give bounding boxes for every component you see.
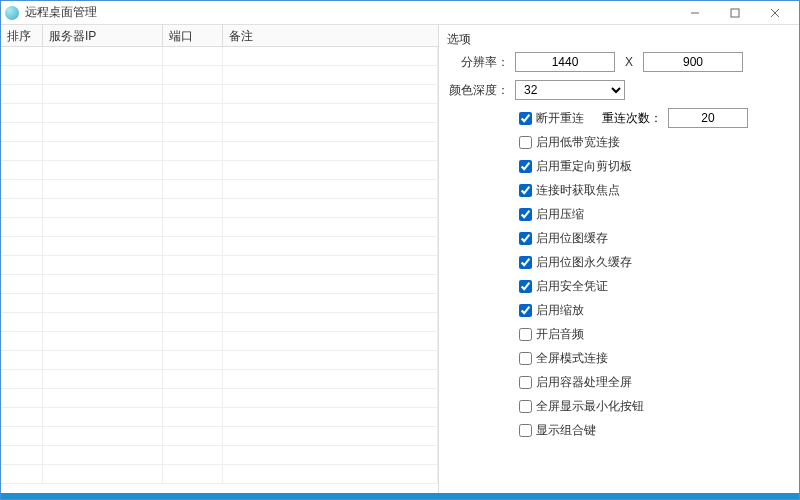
color-depth-select[interactable]: 32 bbox=[515, 80, 625, 100]
window-title: 远程桌面管理 bbox=[25, 4, 675, 21]
option-checkbox-9[interactable] bbox=[519, 352, 532, 365]
option-checkbox-3[interactable] bbox=[519, 208, 532, 221]
options-group-label: 选项 bbox=[447, 31, 789, 48]
option-checkbox-7[interactable] bbox=[519, 304, 532, 317]
option-row: 开启音频 bbox=[519, 326, 789, 343]
option-row: 启用容器处理全屏 bbox=[519, 374, 789, 391]
option-checkbox-2[interactable] bbox=[519, 184, 532, 197]
app-window: 远程桌面管理 排序 服务器IP 端口 备注 选项 分辨率： X bbox=[0, 0, 800, 500]
table-row[interactable] bbox=[1, 427, 438, 446]
checkbox-list: 启用低带宽连接启用重定向剪切板连接时获取焦点启用压缩启用位图缓存启用位图永久缓存… bbox=[519, 134, 789, 439]
option-row: 全屏显示最小化按钮 bbox=[519, 398, 789, 415]
option-row: 启用安全凭证 bbox=[519, 278, 789, 295]
col-port[interactable]: 端口 bbox=[163, 25, 223, 46]
color-depth-label: 颜色深度： bbox=[447, 82, 515, 99]
color-depth-row: 颜色深度： 32 bbox=[447, 80, 789, 100]
table-row[interactable] bbox=[1, 332, 438, 351]
option-label: 启用低带宽连接 bbox=[536, 134, 620, 151]
table-row[interactable] bbox=[1, 446, 438, 465]
option-row: 启用低带宽连接 bbox=[519, 134, 789, 151]
option-row: 显示组合键 bbox=[519, 422, 789, 439]
option-checkbox-5[interactable] bbox=[519, 256, 532, 269]
reconnect-count-input[interactable] bbox=[668, 108, 748, 128]
table-row[interactable] bbox=[1, 161, 438, 180]
server-list-panel: 排序 服务器IP 端口 备注 bbox=[1, 25, 439, 493]
table-row[interactable] bbox=[1, 256, 438, 275]
disconnect-reconnect-checkbox[interactable] bbox=[519, 112, 532, 125]
option-row: 启用压缩 bbox=[519, 206, 789, 223]
option-checkbox-8[interactable] bbox=[519, 328, 532, 341]
table-row[interactable] bbox=[1, 218, 438, 237]
maximize-button[interactable] bbox=[715, 2, 755, 24]
option-label: 显示组合键 bbox=[536, 422, 596, 439]
option-row: 启用缩放 bbox=[519, 302, 789, 319]
option-row: 启用重定向剪切板 bbox=[519, 158, 789, 175]
window-body: 排序 服务器IP 端口 备注 选项 分辨率： X 颜色深度： 32 bbox=[1, 25, 799, 493]
col-remark[interactable]: 备注 bbox=[223, 25, 438, 46]
option-label: 全屏模式连接 bbox=[536, 350, 608, 367]
option-row: 启用位图永久缓存 bbox=[519, 254, 789, 271]
option-row: 连接时获取焦点 bbox=[519, 182, 789, 199]
table-row[interactable] bbox=[1, 351, 438, 370]
table-body[interactable] bbox=[1, 47, 438, 493]
col-server-ip[interactable]: 服务器IP bbox=[43, 25, 163, 46]
table-row[interactable] bbox=[1, 142, 438, 161]
option-checkbox-4[interactable] bbox=[519, 232, 532, 245]
option-checkbox-0[interactable] bbox=[519, 136, 532, 149]
option-checkbox-10[interactable] bbox=[519, 376, 532, 389]
svg-rect-1 bbox=[731, 9, 739, 17]
table-row[interactable] bbox=[1, 180, 438, 199]
table-row[interactable] bbox=[1, 85, 438, 104]
table-row[interactable] bbox=[1, 199, 438, 218]
table-row[interactable] bbox=[1, 313, 438, 332]
option-label: 开启音频 bbox=[536, 326, 584, 343]
disconnect-reconnect-label: 断开重连 bbox=[536, 110, 584, 127]
option-label: 启用位图永久缓存 bbox=[536, 254, 632, 271]
resolution-row: 分辨率： X bbox=[447, 52, 789, 72]
status-bar bbox=[1, 493, 799, 499]
option-checkbox-12[interactable] bbox=[519, 424, 532, 437]
option-checkbox-11[interactable] bbox=[519, 400, 532, 413]
table-row[interactable] bbox=[1, 370, 438, 389]
option-label: 启用压缩 bbox=[536, 206, 584, 223]
option-label: 启用重定向剪切板 bbox=[536, 158, 632, 175]
minimize-button[interactable] bbox=[675, 2, 715, 24]
col-sort[interactable]: 排序 bbox=[1, 25, 43, 46]
title-bar: 远程桌面管理 bbox=[1, 1, 799, 25]
reconnect-row: 断开重连 重连次数： bbox=[519, 108, 789, 128]
app-icon bbox=[5, 6, 19, 20]
table-row[interactable] bbox=[1, 389, 438, 408]
options-panel: 选项 分辨率： X 颜色深度： 32 断开重连 重连次数： 启用低带宽连接启用重… bbox=[439, 25, 799, 493]
resolution-height-input[interactable] bbox=[643, 52, 743, 72]
table-row[interactable] bbox=[1, 237, 438, 256]
table-row[interactable] bbox=[1, 123, 438, 142]
resolution-label: 分辨率： bbox=[447, 54, 515, 71]
resolution-width-input[interactable] bbox=[515, 52, 615, 72]
option-label: 启用缩放 bbox=[536, 302, 584, 319]
close-button[interactable] bbox=[755, 2, 795, 24]
table-row[interactable] bbox=[1, 104, 438, 123]
table-row[interactable] bbox=[1, 294, 438, 313]
reconnect-count-label: 重连次数： bbox=[602, 110, 662, 127]
window-controls bbox=[675, 2, 795, 24]
option-label: 启用位图缓存 bbox=[536, 230, 608, 247]
table-header: 排序 服务器IP 端口 备注 bbox=[1, 25, 438, 47]
table-row[interactable] bbox=[1, 408, 438, 427]
option-label: 启用容器处理全屏 bbox=[536, 374, 632, 391]
table-row[interactable] bbox=[1, 465, 438, 484]
option-label: 启用安全凭证 bbox=[536, 278, 608, 295]
table-row[interactable] bbox=[1, 66, 438, 85]
option-row: 启用位图缓存 bbox=[519, 230, 789, 247]
option-row: 全屏模式连接 bbox=[519, 350, 789, 367]
table-row[interactable] bbox=[1, 275, 438, 294]
resolution-sep: X bbox=[625, 55, 633, 69]
option-checkbox-6[interactable] bbox=[519, 280, 532, 293]
option-label: 连接时获取焦点 bbox=[536, 182, 620, 199]
option-label: 全屏显示最小化按钮 bbox=[536, 398, 644, 415]
table-row[interactable] bbox=[1, 47, 438, 66]
option-checkbox-1[interactable] bbox=[519, 160, 532, 173]
